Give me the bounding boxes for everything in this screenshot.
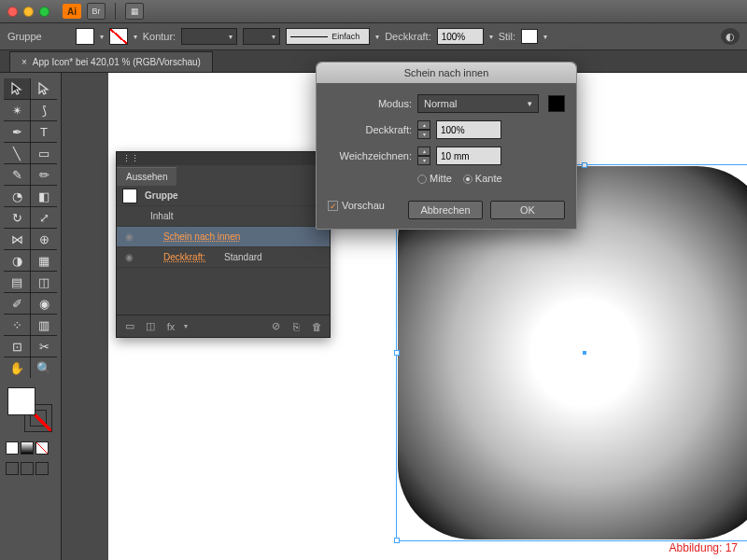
var-width-dropdown[interactable] [243, 28, 280, 45]
window-titlebar: Ai Br ▦ [0, 0, 747, 22]
opacity-label: Deckkraft: [328, 124, 412, 135]
cancel-button[interactable]: Abbrechen [408, 201, 483, 219]
blur-label: Weichzeichnen: [328, 150, 412, 161]
hand-tool[interactable]: ✋ [4, 357, 30, 378]
blob-brush-tool[interactable]: ◔ [4, 186, 30, 206]
rectangle-tool[interactable]: ▭ [31, 143, 57, 163]
zoom-icon[interactable] [39, 7, 49, 17]
visibility-icon[interactable]: ◉ [122, 252, 135, 262]
preview-checkbox[interactable]: ✓Vorschau [328, 200, 385, 212]
figure-caption: Abbildung: 17 [669, 541, 738, 554]
scale-tool[interactable]: ⤢ [31, 207, 57, 228]
close-tab-icon[interactable]: × [21, 57, 27, 67]
blur-input[interactable]: 10 mm [436, 147, 501, 165]
appearance-panel-footer: ▭ ◫ fx ▾ ⊘ ⎘ 🗑 [117, 315, 330, 337]
appearance-opacity-row[interactable]: ◉ Deckkraft: Standard [117, 247, 330, 268]
rotate-tool[interactable]: ↻ [4, 207, 30, 228]
appearance-panel: ⋮⋮× Aussehen Gruppe Inhalt ◉ Schein nach… [116, 151, 331, 338]
selection-handle[interactable] [394, 350, 400, 356]
symbol-spray-tool[interactable]: ⁘ [4, 315, 30, 335]
app-logo-icon: Ai [63, 4, 81, 19]
tools-panel: ✴ ⟆ ✒ T ╲ ▭ ✎ ✏ ◔ ◧ ↻ ⤢ ⋈ ⊕ ◑ ▦ ▤ ◫ ✐ ◉ … [0, 73, 62, 560]
blur-spinner[interactable]: ▴▾ [417, 147, 430, 165]
opacity-label: Deckkraft: [385, 31, 431, 42]
arrange-docs-icon[interactable]: ▦ [125, 3, 144, 20]
glow-color-swatch[interactable] [548, 95, 565, 112]
pencil-tool[interactable]: ✏ [31, 164, 57, 185]
brush-dropdown[interactable]: Einfach [286, 28, 370, 45]
selection-type-label: Gruppe [7, 31, 42, 42]
fill-stroke-proxy[interactable] [7, 387, 52, 432]
add-effect-icon[interactable]: fx [163, 320, 178, 333]
mesh-tool[interactable]: ▤ [4, 272, 30, 292]
draw-mode-icon[interactable] [35, 462, 49, 475]
stroke-swatch[interactable] [109, 28, 128, 45]
minimize-icon[interactable] [23, 7, 34, 17]
inner-glow-dialog: Schein nach innen Modus: Normal Deckkraf… [316, 62, 577, 230]
mode-label: Modus: [328, 98, 412, 109]
new-fill-icon[interactable]: ◫ [143, 320, 158, 333]
gradient-tool[interactable]: ◫ [31, 272, 57, 292]
gradient-mode-icon[interactable] [21, 441, 34, 455]
lasso-tool[interactable]: ⟆ [31, 100, 57, 120]
style-label: Stil: [499, 31, 515, 42]
trash-icon[interactable]: 🗑 [309, 320, 324, 333]
opacity-value-dropdown[interactable]: 100% [437, 28, 484, 45]
free-transform-tool[interactable]: ⊕ [31, 229, 57, 249]
stroke-weight-dropdown[interactable] [181, 28, 237, 45]
dialog-title: Schein nach innen [317, 63, 576, 83]
perspective-tool[interactable]: ▦ [31, 250, 57, 271]
edge-radio[interactable]: Kante [463, 173, 502, 184]
document-tab[interactable]: × App Icon* bei 420,01 % (RGB/Vorschau) [9, 51, 213, 72]
direct-selection-tool[interactable] [31, 78, 57, 99]
appearance-tab[interactable]: Aussehen [117, 167, 176, 186]
control-bar: Gruppe ▾ ▾ Kontur: Einfach ▾ Deckkraft: … [0, 22, 747, 50]
pen-tool[interactable]: ✒ [4, 121, 30, 142]
bridge-icon[interactable]: Br [87, 3, 106, 20]
artboard-tool[interactable]: ⊡ [4, 336, 30, 357]
close-icon[interactable] [7, 7, 18, 17]
width-tool[interactable]: ⋈ [4, 229, 30, 249]
draw-mode-icon[interactable] [21, 462, 34, 475]
clear-icon[interactable]: ⊘ [268, 320, 283, 333]
visibility-icon[interactable]: ◉ [122, 231, 135, 242]
selection-handle[interactable] [582, 162, 587, 168]
slice-tool[interactable]: ✂ [31, 336, 57, 357]
effect-link[interactable]: Schein nach innen [163, 231, 240, 242]
window-controls [7, 7, 49, 17]
fill-proxy[interactable] [7, 387, 35, 415]
graphic-style-swatch[interactable] [521, 29, 538, 44]
center-radio[interactable]: Mitte [417, 173, 452, 184]
new-stroke-icon[interactable]: ▭ [122, 320, 137, 333]
opacity-spinner[interactable]: ▴▾ [417, 120, 430, 139]
stroke-label: Kontur: [143, 31, 176, 42]
paintbrush-tool[interactable]: ✎ [4, 164, 30, 185]
duplicate-icon[interactable]: ⎘ [289, 320, 303, 333]
document-tab-label: App Icon* bei 420,01 % (RGB/Vorschau) [33, 57, 201, 67]
appearance-contents-row[interactable]: Inhalt [117, 206, 330, 227]
opacity-input[interactable]: 100% [436, 120, 501, 139]
screen-mode-icon[interactable] [6, 462, 19, 475]
blend-mode-dropdown[interactable]: Normal [417, 94, 539, 113]
recolor-icon[interactable]: ◐ [721, 28, 740, 45]
appearance-effect-row[interactable]: ◉ Schein nach innen [117, 227, 330, 247]
color-mode-icon[interactable] [6, 441, 19, 455]
shape-builder-tool[interactable]: ◑ [4, 250, 30, 271]
eyedropper-tool[interactable]: ✐ [4, 293, 30, 314]
selection-tool[interactable] [4, 78, 30, 99]
magic-wand-tool[interactable]: ✴ [4, 100, 30, 120]
fill-swatch[interactable] [76, 28, 94, 45]
zoom-tool[interactable]: 🔍 [31, 357, 57, 378]
none-mode-icon[interactable] [35, 441, 49, 455]
blend-tool[interactable]: ◉ [31, 293, 57, 314]
ok-button[interactable]: OK [490, 201, 565, 219]
appearance-target-row: Gruppe [117, 186, 330, 206]
graph-tool[interactable]: ▥ [31, 315, 57, 335]
type-tool[interactable]: T [31, 121, 57, 142]
eraser-tool[interactable]: ◧ [31, 186, 57, 206]
selection-handle[interactable] [394, 538, 400, 543]
line-tool[interactable]: ╲ [4, 143, 30, 163]
